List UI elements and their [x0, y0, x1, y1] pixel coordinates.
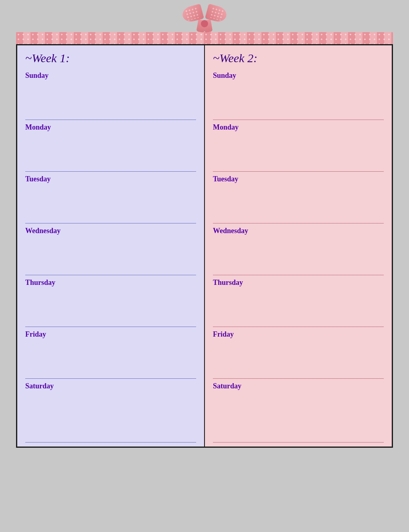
week1-title: ~Week 1:: [25, 51, 196, 65]
week1-monday-lines: [25, 133, 196, 169]
bow-container: [180, 4, 229, 32]
week2-title: ~Week 2:: [213, 51, 384, 65]
week2-thursday: Thursday: [213, 275, 384, 327]
week1-friday-lines: [25, 340, 196, 376]
week1-wednesday-lines: [25, 237, 196, 273]
week1-thursday-label: Thursday: [25, 278, 196, 287]
week1-tuesday: Tuesday: [25, 172, 196, 223]
week2-sunday-lines: [213, 81, 384, 118]
week1-thursday: Thursday: [25, 275, 196, 327]
bow-center: [201, 20, 208, 27]
week1-saturday-label: Saturday: [25, 382, 196, 390]
week1-wednesday-label: Wednesday: [25, 227, 196, 235]
ribbon-bow-area: [16, 4, 393, 44]
week1-saturday: Saturday: [25, 379, 196, 443]
week2-friday-label: Friday: [213, 330, 384, 339]
week2-panel: ~Week 2: Sunday Monday Tuesday Wednesday…: [204, 44, 393, 448]
week2-sunday: Sunday: [213, 68, 384, 120]
week2-saturday-divider: [213, 442, 384, 443]
week2-tuesday-label: Tuesday: [213, 175, 384, 183]
week2-tuesday: Tuesday: [213, 172, 384, 223]
week1-sunday: Sunday: [25, 68, 196, 120]
week1-monday-label: Monday: [25, 123, 196, 132]
week2-friday-lines: [213, 340, 384, 376]
week1-tuesday-label: Tuesday: [25, 175, 196, 183]
week2-saturday-lines: [213, 392, 384, 440]
week1-tuesday-lines: [25, 185, 196, 221]
week1-sunday-lines: [25, 81, 196, 118]
week1-friday: Friday: [25, 327, 196, 379]
week1-friday-label: Friday: [25, 330, 196, 339]
week2-thursday-label: Thursday: [213, 278, 384, 287]
week1-saturday-lines: [25, 392, 196, 440]
week2-wednesday-label: Wednesday: [213, 227, 384, 235]
week1-monday: Monday: [25, 120, 196, 172]
week2-wednesday-lines: [213, 237, 384, 273]
week1-panel: ~Week 1: Sunday Monday Tuesday Wednesday…: [16, 44, 204, 448]
week1-wednesday: Wednesday: [25, 223, 196, 275]
week1-thursday-lines: [25, 288, 196, 325]
week2-monday-label: Monday: [213, 123, 384, 132]
week2-wednesday: Wednesday: [213, 223, 384, 275]
week2-monday: Monday: [213, 120, 384, 172]
week2-thursday-lines: [213, 288, 384, 325]
week1-sunday-label: Sunday: [25, 71, 196, 80]
week2-friday: Friday: [213, 327, 384, 379]
week2-sunday-label: Sunday: [213, 71, 384, 80]
week2-monday-lines: [213, 133, 384, 169]
week1-saturday-divider: [25, 442, 196, 443]
week2-saturday: Saturday: [213, 379, 384, 443]
week2-tuesday-lines: [213, 185, 384, 221]
week2-saturday-label: Saturday: [213, 382, 384, 390]
ribbon-bar: [16, 32, 393, 44]
planner-main: ~Week 1: Sunday Monday Tuesday Wednesday…: [16, 44, 393, 448]
